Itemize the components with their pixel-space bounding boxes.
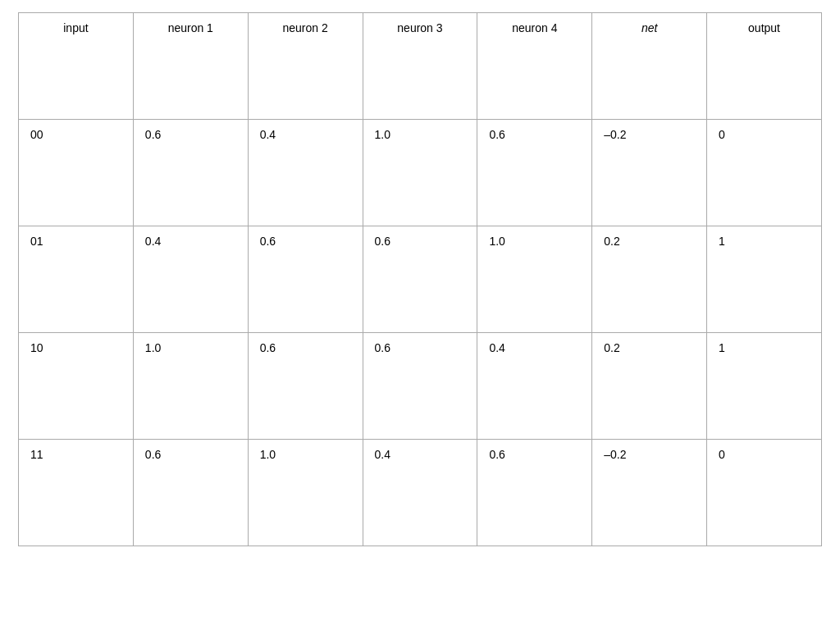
cell-input: 00 — [19, 120, 134, 226]
header-output: output — [707, 13, 822, 120]
cell-neuron2: 0.6 — [248, 333, 363, 440]
cell-neuron2: 0.6 — [248, 226, 363, 333]
header-input: input — [19, 13, 134, 120]
cell-input: 11 — [19, 440, 134, 546]
cell-neuron4: 0.4 — [477, 333, 592, 440]
cell-neuron4: 0.6 — [477, 440, 592, 546]
cell-neuron3: 0.4 — [363, 440, 477, 546]
cell-input: 01 — [19, 226, 134, 333]
cell-neuron3: 1.0 — [363, 120, 477, 226]
table-row: 000.60.41.00.6–0.20 — [19, 120, 822, 226]
cell-net: –0.2 — [592, 440, 707, 546]
header-neuron3: neuron 3 — [363, 13, 477, 120]
cell-neuron1: 0.4 — [133, 226, 248, 333]
cell-neuron2: 1.0 — [248, 440, 363, 546]
cell-output: 1 — [707, 226, 822, 333]
table-row: 010.40.60.61.00.21 — [19, 226, 822, 333]
cell-net: 0.2 — [592, 226, 707, 333]
header-net: net — [592, 13, 707, 120]
cell-net: –0.2 — [592, 120, 707, 226]
cell-output: 1 — [707, 333, 822, 440]
table-row: 110.61.00.40.6–0.20 — [19, 440, 822, 546]
cell-neuron1: 0.6 — [133, 120, 248, 226]
cell-neuron3: 0.6 — [363, 226, 477, 333]
cell-neuron2: 0.4 — [248, 120, 363, 226]
header-neuron4: neuron 4 — [477, 13, 592, 120]
cell-net: 0.2 — [592, 333, 707, 440]
cell-input: 10 — [19, 333, 134, 440]
neural-network-table: input neuron 1 neuron 2 neuron 3 neuron … — [18, 12, 822, 546]
header-neuron2: neuron 2 — [248, 13, 363, 120]
cell-neuron3: 0.6 — [363, 333, 477, 440]
cell-neuron1: 0.6 — [133, 440, 248, 546]
header-neuron1: neuron 1 — [133, 13, 248, 120]
cell-neuron4: 0.6 — [477, 120, 592, 226]
cell-neuron4: 1.0 — [477, 226, 592, 333]
cell-output: 0 — [707, 120, 822, 226]
cell-neuron1: 1.0 — [133, 333, 248, 440]
table-row: 101.00.60.60.40.21 — [19, 333, 822, 440]
cell-output: 0 — [707, 440, 822, 546]
header-row: input neuron 1 neuron 2 neuron 3 neuron … — [19, 13, 822, 120]
